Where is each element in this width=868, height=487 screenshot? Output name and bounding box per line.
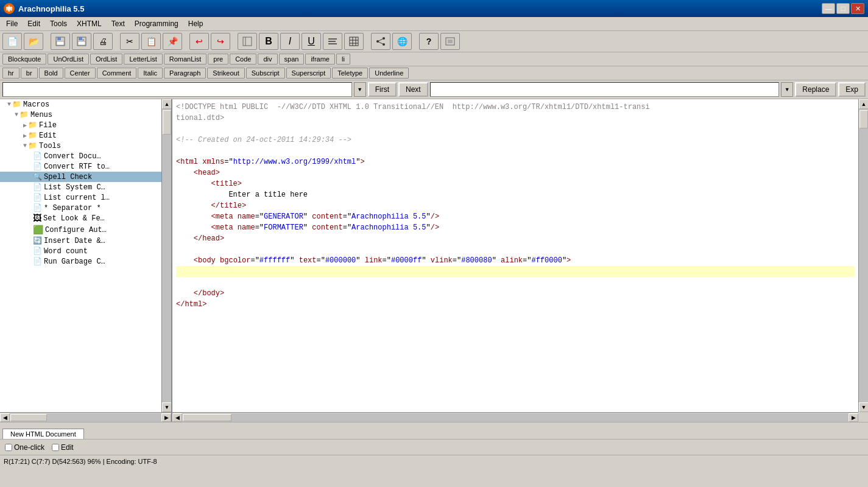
sidebar-hscroll-left[interactable]: ◀: [0, 413, 10, 422]
sidebar-scroll-down[interactable]: ▼: [162, 402, 172, 412]
tree-item-macros[interactable]: ▼ 📁 Macros: [0, 99, 161, 110]
menu-programming[interactable]: Programming: [131, 18, 182, 29]
tree-item-word-count[interactable]: 📄 Word count: [0, 246, 161, 256]
teletype-button[interactable]: Teletype: [332, 68, 368, 79]
help-button[interactable]: ?: [419, 33, 439, 50]
tree-item-list-current[interactable]: 📄 List current l…: [0, 192, 161, 203]
copy-button[interactable]: 📋: [141, 33, 161, 50]
menu-xhtml[interactable]: XHTML: [73, 18, 105, 29]
menu-text[interactable]: Text: [108, 18, 129, 29]
pre-button[interactable]: pre: [208, 54, 228, 65]
replace-button[interactable]: Replace: [795, 82, 836, 97]
paste-button[interactable]: 📌: [163, 33, 182, 50]
search-input[interactable]: [2, 82, 352, 97]
replace-input[interactable]: [430, 82, 780, 97]
bold-tag-button[interactable]: Bold: [39, 68, 63, 79]
save-as-button[interactable]: +: [72, 33, 91, 50]
tree-item-file[interactable]: ▶ 📁 File: [0, 120, 161, 130]
replace-dropdown-button[interactable]: ▼: [781, 82, 793, 97]
editor-hscroll-left[interactable]: ◀: [172, 413, 182, 422]
editor-scroll-up[interactable]: ▲: [859, 99, 868, 109]
extra-button[interactable]: [440, 33, 460, 50]
tree-item-menus[interactable]: ▼ 📁 Menus: [0, 110, 161, 120]
align-button[interactable]: [323, 33, 342, 50]
br-button[interactable]: br: [21, 68, 38, 79]
tree-item-edit[interactable]: ▶ 📁 Edit: [0, 130, 161, 141]
li-button[interactable]: li: [336, 54, 350, 65]
sidebar-hscroll-right[interactable]: ▶: [161, 413, 171, 422]
tree-item-convert-rtf[interactable]: 📄 Convert RTF to…: [0, 161, 161, 172]
tree-item-list-system[interactable]: 📄 List System C…: [0, 182, 161, 192]
letterlist-button[interactable]: LetterList: [124, 54, 162, 65]
underline-tag-button[interactable]: Underline: [369, 68, 409, 79]
code-button[interactable]: Code: [230, 54, 256, 65]
ordlist-button[interactable]: OrdList: [90, 54, 122, 65]
print-button[interactable]: 🖨: [93, 33, 113, 50]
minimize-button[interactable]: —: [822, 3, 835, 14]
center-button[interactable]: Center: [65, 68, 96, 79]
one-click-label[interactable]: One-click: [5, 443, 44, 452]
editor-scroll-thumb[interactable]: [859, 110, 868, 128]
tree-item-tools[interactable]: ▼ 📁 Tools: [0, 141, 161, 151]
blockquote-button[interactable]: Blockquote: [2, 54, 46, 65]
table-tool-button[interactable]: [344, 33, 364, 50]
one-click-checkbox[interactable]: [5, 444, 12, 451]
globe-button[interactable]: 🌐: [392, 33, 412, 50]
tree-item-configure-aut[interactable]: 🟩 Configure Aut…: [0, 224, 161, 236]
strikeout-button[interactable]: Strikeout: [207, 68, 244, 79]
edit-text: Edit: [61, 443, 74, 452]
tool-btn1[interactable]: [238, 33, 257, 50]
menu-edit[interactable]: Edit: [24, 18, 44, 29]
redo-button[interactable]: ↪: [211, 33, 230, 50]
editor-scroll-down[interactable]: ▼: [859, 402, 868, 412]
underline-button[interactable]: U: [302, 33, 321, 50]
exp-button[interactable]: Exp: [838, 82, 866, 97]
cut-button[interactable]: ✂: [120, 33, 139, 50]
sidebar-scroll-up[interactable]: ▲: [162, 99, 172, 109]
edit-label[interactable]: Edit: [52, 443, 74, 452]
code-editor[interactable]: <!DOCTYPE html PUBLIC -//W3C//DTD XHTML …: [172, 99, 858, 412]
maximize-button[interactable]: □: [836, 3, 850, 14]
editor-hscroll-thumb[interactable]: [183, 414, 231, 421]
undo-button[interactable]: ↩: [189, 33, 209, 50]
comment-button[interactable]: Comment: [97, 68, 137, 79]
tree-button[interactable]: [371, 33, 390, 50]
tree-item-spell-check[interactable]: 🔍 Spell Check: [0, 172, 161, 182]
tree-item-separator[interactable]: 📄 * Separator *: [0, 203, 161, 213]
first-button[interactable]: First: [368, 82, 397, 97]
one-click-text: One-click: [14, 443, 44, 452]
tree-item-set-look[interactable]: 🖼 Set Look & Fe…: [0, 213, 161, 224]
sidebar-hscroll-thumb[interactable]: [10, 414, 47, 421]
unordlist-button[interactable]: UnOrdList: [48, 54, 89, 65]
paragraph-button[interactable]: Paragraph: [164, 68, 206, 79]
tree-item-insert-date[interactable]: 🔄 Insert Date &…: [0, 236, 161, 246]
sidebar-scroll-thumb[interactable]: [163, 110, 171, 135]
search-dropdown-button[interactable]: ▼: [354, 82, 366, 97]
open-button[interactable]: 📂: [24, 33, 43, 50]
menu-file[interactable]: File: [2, 18, 21, 29]
italic-button[interactable]: I: [280, 33, 300, 50]
hr-button[interactable]: hr: [2, 68, 19, 79]
editor-hscroll-right[interactable]: ▶: [849, 413, 858, 422]
span-button[interactable]: span: [279, 54, 305, 65]
next-button[interactable]: Next: [398, 82, 428, 97]
bold-button[interactable]: B: [259, 33, 278, 50]
italic-tag-button[interactable]: Italic: [138, 68, 163, 79]
tab-new-html-document[interactable]: New HTML Document: [2, 429, 84, 439]
menu-help[interactable]: Help: [185, 18, 207, 29]
edit-checkbox[interactable]: [52, 444, 59, 451]
close-button[interactable]: ✕: [851, 3, 864, 14]
save-button[interactable]: [51, 33, 70, 50]
superscript-button[interactable]: Superscript: [286, 68, 331, 79]
sidebar-tree[interactable]: ▼ 📁 Macros ▼ 📁 Menus ▶ 📁 File: [0, 99, 161, 412]
menu-tools[interactable]: Tools: [46, 18, 71, 29]
iframe-button[interactable]: iframe: [305, 54, 335, 65]
new-button[interactable]: 📄: [2, 33, 22, 50]
tree-label-set-look: Set Look & Fe…: [43, 214, 105, 223]
div-button[interactable]: div: [258, 54, 277, 65]
romanlist-button[interactable]: RomanList: [164, 54, 207, 65]
subscript-button[interactable]: Subscript: [246, 68, 285, 79]
tree-item-run-garbage[interactable]: 📄 Run Garbage C…: [0, 256, 161, 267]
sidebar-vscrollbar[interactable]: ▲ ▼: [161, 99, 171, 412]
tree-item-convert-docu[interactable]: 📄 Convert Docu…: [0, 151, 161, 161]
